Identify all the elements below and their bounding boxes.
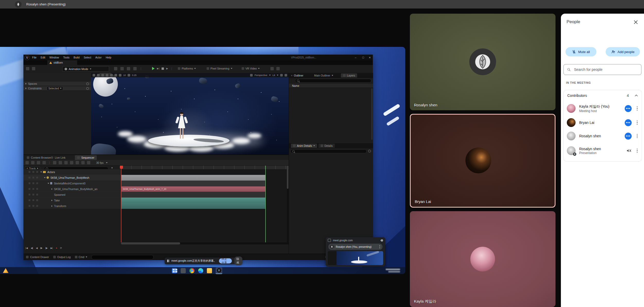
timeline-hscroll[interactable] (121, 242, 289, 244)
sequencer-tab[interactable]: Sequencer (75, 155, 97, 160)
contributors-header[interactable]: Contributors 4 (564, 90, 642, 101)
track-row-anim[interactable]: SK58_UmaThurman_BodyMesh_an (23, 186, 121, 192)
camera-icon[interactable] (270, 67, 274, 70)
vr-video-dropdown[interactable]: VR Video (242, 67, 260, 70)
close-window-button[interactable]: ✕ (369, 56, 371, 59)
surface-snap-icon[interactable] (119, 74, 121, 76)
unreal-editor-window[interactable]: U File Edit Window Tools Build Select Ac… (23, 55, 373, 260)
prev-key-button[interactable]: ◀| (31, 247, 33, 249)
timeline-band-component[interactable] (121, 181, 266, 186)
play-forward-button[interactable]: ▶ (40, 246, 42, 249)
spaces-row[interactable]: Spaces (23, 82, 91, 86)
gear-icon[interactable] (86, 87, 89, 90)
seq-eye-icon[interactable] (64, 161, 68, 164)
next-key-button[interactable]: |▶ (45, 247, 48, 249)
show-flags-icon[interactable] (280, 74, 283, 76)
menu-file[interactable]: File (32, 56, 37, 59)
fps-selector[interactable]: 30 fps (96, 161, 104, 164)
stop-button[interactable] (162, 67, 164, 70)
range-end-marker[interactable] (265, 166, 266, 244)
timeline-band-take[interactable] (121, 198, 266, 203)
mode-selector[interactable]: Animation Mode (62, 66, 109, 72)
track-row-transform[interactable]: Transform (23, 203, 121, 209)
pin-icon[interactable] (380, 239, 384, 242)
seq-save-icon[interactable] (25, 161, 29, 164)
cinematics-icon[interactable] (127, 67, 130, 70)
select-tool-icon[interactable] (97, 74, 100, 76)
participant-row-rosalyn[interactable]: Rosalyn shen (564, 129, 642, 143)
presentation-tile[interactable]: U File Edit Window Tools Build Select Ac… (0, 47, 405, 274)
participant-row-kayla[interactable]: Kayla 케일라 (You) Meeting host (564, 101, 642, 116)
record-button[interactable]: ● (56, 247, 57, 249)
play-button[interactable] (152, 67, 155, 70)
loop-button[interactable]: ⟳ (60, 247, 62, 249)
mute-all-button[interactable]: Mute all (566, 47, 596, 56)
outliner-search[interactable] (295, 79, 371, 83)
seq-wrench-icon[interactable] (59, 161, 62, 164)
app-icon[interactable] (181, 268, 186, 273)
scale-snap-value[interactable]: 0.25 (132, 74, 137, 76)
content-drawer-button[interactable]: Content Drawer (26, 255, 49, 259)
timeline-band-spawned[interactable] (121, 192, 266, 198)
details-search[interactable] (290, 149, 367, 153)
seq-camera-icon[interactable] (31, 161, 34, 164)
grid-snap-value[interactable]: 10 (123, 74, 126, 76)
level-tab[interactable]: oldBorn (47, 60, 77, 65)
timeline-band-bodymesh[interactable] (121, 175, 266, 181)
add-actor-icon[interactable] (114, 67, 117, 70)
seq-keys-icon[interactable] (53, 161, 56, 164)
save-icon[interactable] (26, 67, 29, 70)
eject-button[interactable]: ▶ (166, 67, 168, 70)
filter-icon[interactable]: ▼ (111, 167, 113, 169)
menu-actor[interactable]: Actor (95, 56, 102, 59)
animation-icon[interactable] (133, 67, 137, 70)
perspective-label[interactable]: Perspective (254, 74, 267, 76)
timeline-band-transform[interactable] (121, 203, 266, 209)
layers-tab[interactable]: Layers (341, 73, 357, 78)
pixel-streaming-dropdown[interactable]: Pixel Streaming (207, 67, 232, 70)
menu-build[interactable]: Build (74, 56, 80, 59)
close-panel-icon[interactable] (633, 20, 638, 24)
menu-tools[interactable]: Tools (63, 56, 69, 59)
participant-row-rosalyn-presentation[interactable]: Rosalyn shen Presentation (564, 143, 642, 159)
outliner-scrollbar[interactable] (371, 88, 373, 140)
people-search-field[interactable]: Search for people (563, 64, 641, 75)
details-tab[interactable]: Details (319, 144, 335, 148)
scale-tool-icon[interactable] (110, 74, 113, 76)
participant-row-bryan[interactable]: Bryan Lai (564, 116, 642, 129)
play-reverse-button[interactable]: ◀ (36, 247, 38, 249)
timeline-vscroll[interactable] (287, 166, 288, 243)
anim-details-tab[interactable]: Anim Details (291, 144, 317, 148)
system-tray[interactable] (386, 269, 400, 272)
file-explorer-icon[interactable] (207, 268, 212, 273)
world-space-icon[interactable] (114, 74, 117, 76)
menu-select[interactable]: Select (84, 56, 91, 59)
lit-label[interactable]: Lit (272, 74, 275, 76)
details-settings-icon[interactable] (368, 150, 371, 152)
chrome-icon[interactable] (189, 268, 195, 273)
seq-edits-icon[interactable] (42, 161, 46, 164)
outliner-picker[interactable]: Main Outliner (314, 74, 330, 77)
edge-icon[interactable] (198, 268, 203, 273)
jump-start-button[interactable]: |◀ (25, 247, 28, 249)
minimize-button[interactable]: – (355, 56, 356, 59)
constraints-row[interactable]: Constraints Selected (23, 86, 91, 91)
menu-window[interactable]: Window (49, 56, 59, 59)
viewport-options-icon[interactable] (93, 74, 95, 76)
participant-menu-icon[interactable] (636, 120, 639, 126)
playhead-handle[interactable] (120, 166, 123, 169)
participant-menu-icon[interactable] (636, 148, 639, 154)
add-people-button[interactable]: Add people (606, 47, 640, 56)
output-log-button[interactable]: Output Log (53, 255, 71, 259)
gear-icon[interactable] (86, 82, 89, 85)
seq-keyframe-icon[interactable] (76, 161, 79, 164)
skip-button[interactable]: ▶| (157, 67, 159, 70)
unreal-taskbar-icon[interactable]: U (216, 267, 222, 274)
blueprints-icon[interactable] (120, 67, 124, 70)
menu-help[interactable]: Help (106, 56, 111, 59)
menu-edit[interactable]: Edit (41, 56, 45, 59)
seq-curve-icon[interactable] (87, 161, 90, 164)
hamburger-icon[interactable]: ≡ (291, 74, 292, 77)
viewport[interactable]: 10 0.25 Perspective Lit (91, 73, 289, 155)
video-tile-kayla[interactable]: Kayla 케일라 (410, 211, 555, 307)
